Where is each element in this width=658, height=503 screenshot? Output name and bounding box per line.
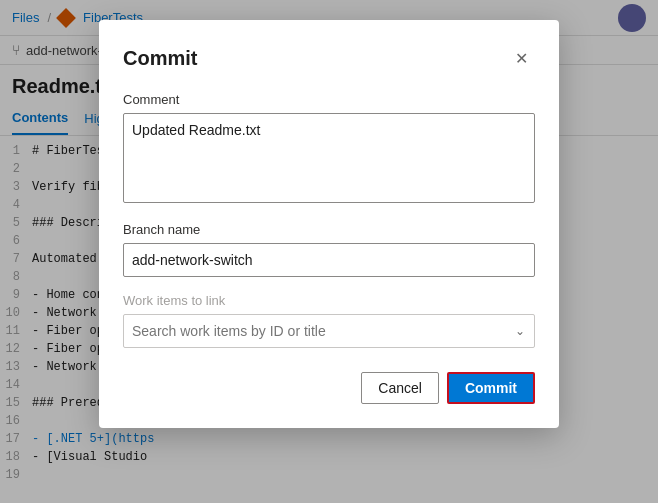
close-button[interactable]: ✕ [507,44,535,72]
comment-textarea[interactable]: Updated Readme.txt [123,113,535,203]
modal-title: Commit [123,47,197,70]
branch-field-label: Branch name [123,222,535,237]
work-items-search-input[interactable] [123,314,535,348]
comment-field-label: Comment [123,92,535,107]
modal-footer: Cancel Commit [123,372,535,404]
modal-overlay: Commit ✕ Comment Updated Readme.txt Bran… [0,0,658,503]
commit-button[interactable]: Commit [447,372,535,404]
modal-header: Commit ✕ [123,44,535,72]
cancel-button[interactable]: Cancel [361,372,439,404]
branch-name-input[interactable] [123,243,535,277]
work-items-label: Work items to link [123,293,535,308]
commit-dialog: Commit ✕ Comment Updated Readme.txt Bran… [99,20,559,428]
work-items-dropdown-wrapper: ⌄ [123,314,535,348]
